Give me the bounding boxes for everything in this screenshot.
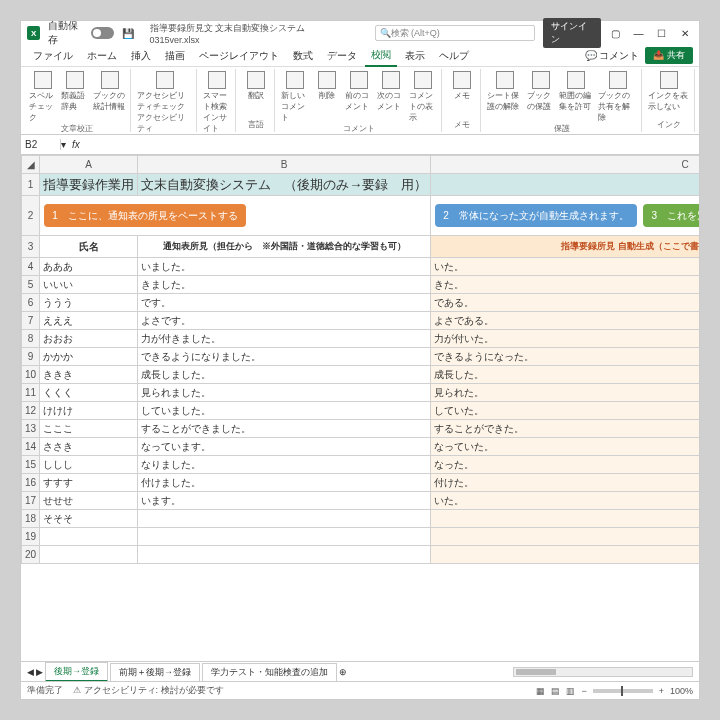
cell[interactable]: 文末自動変換システム （後期のみ→要録 用） xyxy=(138,174,431,196)
view-pagelayout-icon[interactable]: ▤ xyxy=(551,686,560,696)
cell[interactable]: 見られました。 xyxy=(138,384,431,402)
ribbon-button[interactable]: 削除 xyxy=(313,71,341,123)
cell[interactable] xyxy=(138,546,431,564)
zoom-level[interactable]: 100% xyxy=(670,686,693,696)
tab-draw[interactable]: 描画 xyxy=(159,46,191,66)
ribbon-options-icon[interactable]: ▢ xyxy=(607,28,624,39)
cell[interactable]: えええ xyxy=(40,312,138,330)
cell[interactable]: きました。 xyxy=(138,276,431,294)
tab-home[interactable]: ホーム xyxy=(81,46,123,66)
cell[interactable]: ききき xyxy=(40,366,138,384)
cell[interactable]: おおお xyxy=(40,330,138,348)
tab-formulas[interactable]: 数式 xyxy=(287,46,319,66)
tab-help[interactable]: ヘルプ xyxy=(433,46,475,66)
cell[interactable]: 力が付いた。 xyxy=(431,330,699,348)
search-input[interactable]: 🔍 検索 (Alt+Q) xyxy=(375,25,535,41)
sheet-tab[interactable]: 前期＋後期→登録 xyxy=(110,663,200,681)
tab-pagelayout[interactable]: ページレイアウト xyxy=(193,46,285,66)
row-header[interactable]: 9 xyxy=(22,348,40,366)
ribbon-button[interactable]: インクを表示しない xyxy=(648,71,690,112)
tab-view[interactable]: 表示 xyxy=(399,46,431,66)
name-box[interactable]: B2 xyxy=(21,139,61,150)
row-header[interactable]: 7 xyxy=(22,312,40,330)
view-pagebreak-icon[interactable]: ▥ xyxy=(566,686,575,696)
cell[interactable]: いました。 xyxy=(138,258,431,276)
status-accessibility[interactable]: ⚠ アクセシビリティ: 検討が必要です xyxy=(73,684,224,697)
cell[interactable]: こここ xyxy=(40,420,138,438)
cell[interactable] xyxy=(40,528,138,546)
share-button[interactable]: 📤 共有 xyxy=(645,47,693,64)
cell[interactable]: ううう xyxy=(40,294,138,312)
row-header[interactable]: 10 xyxy=(22,366,40,384)
autosave-toggle[interactable]: 自動保存 xyxy=(48,19,113,47)
select-all[interactable]: ◢ xyxy=(22,156,40,174)
cell[interactable]: かかか xyxy=(40,348,138,366)
ribbon-button[interactable]: スペルチェック xyxy=(29,71,57,123)
row-header[interactable]: 13 xyxy=(22,420,40,438)
save-icon[interactable]: 💾 xyxy=(122,28,134,39)
cell[interactable]: 付けた。 xyxy=(431,474,699,492)
col-header[interactable]: A xyxy=(40,156,138,174)
view-normal-icon[interactable]: ▦ xyxy=(536,686,545,696)
cell[interactable]: せせせ xyxy=(40,492,138,510)
close-icon[interactable]: ✕ xyxy=(676,28,693,39)
cell[interactable] xyxy=(431,546,699,564)
ribbon-button[interactable]: コメントの表示 xyxy=(409,71,437,123)
cell[interactable]: 力が付きました。 xyxy=(138,330,431,348)
tab-data[interactable]: データ xyxy=(321,46,363,66)
cell[interactable]: いた。 xyxy=(431,492,699,510)
row-header[interactable]: 5 xyxy=(22,276,40,294)
cell[interactable]: いた。 xyxy=(431,258,699,276)
cell[interactable]: 2 常体になった文が自動生成されます。 3 これを別のファイルにコピペ（値のみ）… xyxy=(431,196,699,236)
horizontal-scrollbar[interactable] xyxy=(513,667,693,677)
sheet-tab[interactable]: 学力テスト・知能検査の追加 xyxy=(202,663,337,681)
zoom-in-icon[interactable]: + xyxy=(659,686,664,696)
cell[interactable] xyxy=(431,174,699,196)
cell[interactable]: すすす xyxy=(40,474,138,492)
cell[interactable]: です。 xyxy=(138,294,431,312)
row-header[interactable]: 20 xyxy=(22,546,40,564)
row-header[interactable]: 12 xyxy=(22,402,40,420)
ribbon-button[interactable]: 翻訳 xyxy=(242,71,270,101)
cell[interactable] xyxy=(138,510,431,528)
cell[interactable]: なりました。 xyxy=(138,456,431,474)
new-sheet-button[interactable]: ⊕ xyxy=(339,667,347,677)
row-header[interactable]: 2 xyxy=(22,196,40,236)
zoom-slider[interactable] xyxy=(593,689,653,693)
col-header[interactable]: B xyxy=(138,156,431,174)
fx-icon[interactable]: fx xyxy=(66,139,86,150)
ribbon-button[interactable]: 範囲の編集を許可 xyxy=(559,71,594,123)
tab-review[interactable]: 校閲 xyxy=(365,45,397,67)
cell[interactable]: できるようになった。 xyxy=(431,348,699,366)
col-header[interactable]: C xyxy=(431,156,699,174)
cell[interactable]: ししし xyxy=(40,456,138,474)
header-auto[interactable]: 指導要録所見 自動生成（ここで書き換えないように 注意！） xyxy=(431,236,699,258)
zoom-out-icon[interactable]: − xyxy=(581,686,586,696)
tab-insert[interactable]: 挿入 xyxy=(125,46,157,66)
cell[interactable]: います。 xyxy=(138,492,431,510)
cell[interactable]: できるようになりました。 xyxy=(138,348,431,366)
ribbon-button[interactable]: 類義語辞典 xyxy=(61,71,89,123)
cell[interactable]: なっていた。 xyxy=(431,438,699,456)
cell[interactable] xyxy=(138,528,431,546)
ribbon-button[interactable]: ブックの保護 xyxy=(527,71,555,123)
row-header[interactable]: 11 xyxy=(22,384,40,402)
cell[interactable] xyxy=(40,546,138,564)
row-header[interactable]: 14 xyxy=(22,438,40,456)
ribbon-button[interactable]: 前のコメント xyxy=(345,71,373,123)
header-input[interactable]: 通知表所見（担任から ※外国語・道徳総合的な学習も可） xyxy=(138,236,431,258)
ribbon-button[interactable]: スマート検索 xyxy=(203,71,231,112)
cell[interactable]: くくく xyxy=(40,384,138,402)
cell[interactable] xyxy=(431,510,699,528)
cell[interactable]: よさです。 xyxy=(138,312,431,330)
row-header[interactable]: 16 xyxy=(22,474,40,492)
cell[interactable]: 成長した。 xyxy=(431,366,699,384)
ribbon-button[interactable]: メモ xyxy=(448,71,476,101)
cell[interactable]: していました。 xyxy=(138,402,431,420)
cell[interactable]: 指導要録作業用 xyxy=(40,174,138,196)
cell[interactable]: していた。 xyxy=(431,402,699,420)
cell[interactable]: である。 xyxy=(431,294,699,312)
cell[interactable]: することができました。 xyxy=(138,420,431,438)
cell[interactable]: 見られた。 xyxy=(431,384,699,402)
cell[interactable]: 1 ここに、通知表の所見をペーストする xyxy=(40,196,431,236)
